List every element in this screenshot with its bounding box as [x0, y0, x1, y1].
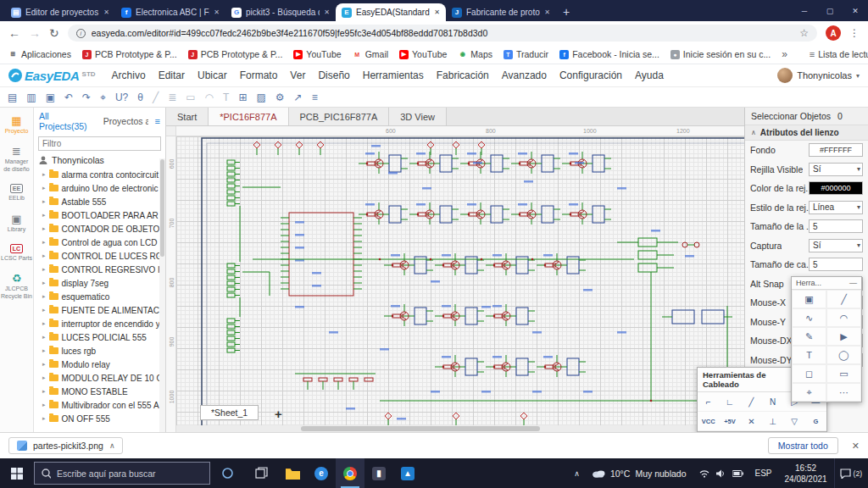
browser-tab[interactable]: E EasyEDA(Standard) - A Simpl ✕ [336, 3, 446, 21]
reading-list-button[interactable]: ≡ Lista de lectura [810, 49, 868, 59]
tab-close-icon[interactable]: ✕ [103, 8, 109, 16]
browser-tab[interactable]: f Electronica ABC | Facebook ✕ [115, 3, 225, 21]
menu-item[interactable]: Ayuda [635, 69, 664, 81]
chevron-right-icon[interactable]: ▸ [42, 361, 46, 368]
download-item[interactable]: partes-pickit3.png ∧ [8, 437, 123, 454]
new-tab-button[interactable]: + [563, 5, 570, 19]
bookmark-star-icon[interactable]: ☆ [799, 27, 809, 39]
toolbar-icon[interactable]: ≣ [168, 92, 176, 103]
tab-all-projects[interactable]: All Projects(35) [39, 111, 97, 131]
bookmark-item[interactable]: T Traducir [504, 49, 548, 59]
wiring-tool[interactable]: N [762, 392, 783, 411]
bookmarks-overflow-icon[interactable]: » [782, 48, 787, 60]
bookmark-item[interactable]: ◉ Maps [458, 49, 492, 59]
start-button[interactable] [0, 458, 34, 488]
wiring-tool[interactable]: ✕ [741, 412, 762, 430]
wiring-tool[interactable]: ╱ [741, 392, 762, 411]
chevron-right-icon[interactable]: ▸ [42, 198, 46, 205]
taskbar-app-explorer[interactable] [278, 458, 307, 488]
tab-close-icon[interactable]: ✕ [324, 8, 330, 16]
project-item[interactable]: ▸ Control de agua con LCD [34, 236, 165, 249]
sidebar-rail-item[interactable]: ▣ Library [0, 209, 33, 237]
project-item[interactable]: ▸ interruptor de encendido y [34, 317, 165, 330]
chevron-up-icon[interactable]: ∧ [109, 441, 115, 450]
sidebar-rail-item[interactable]: EE EELib [0, 180, 33, 206]
chevron-right-icon[interactable]: ▸ [42, 239, 46, 246]
taskbar-search[interactable] [34, 462, 210, 485]
bookmark-item[interactable]: M Gmail [353, 49, 388, 59]
chevron-right-icon[interactable]: ▸ [42, 280, 46, 286]
bookmark-item[interactable]: ⊞ Aplicaciones [8, 49, 71, 59]
chevron-right-icon[interactable]: ▸ [42, 334, 46, 341]
snap-size-input[interactable]: 5 [809, 258, 863, 271]
sidebar-rail-item[interactable]: ♻ JLCPCB Recycle Bin [0, 269, 33, 304]
cortana-button[interactable] [210, 458, 244, 488]
toolbar-icon[interactable]: ↷ [82, 92, 91, 103]
volume-icon[interactable] [716, 469, 726, 478]
close-icon[interactable]: ✕ [843, 0, 868, 21]
profile-avatar[interactable]: A [826, 25, 841, 41]
toolbar-icon[interactable]: ⌖ [100, 92, 106, 103]
bookmark-item[interactable]: ▶ YouTube [399, 49, 447, 59]
bookmark-item[interactable]: J PCB Prototype & P... [82, 49, 177, 59]
project-item[interactable]: ▸ luces rgb [34, 344, 165, 358]
scrollbar-thumb[interactable] [160, 159, 164, 257]
toolbar-icon[interactable]: ▤ [8, 92, 17, 103]
project-scrollbar[interactable] [159, 158, 165, 432]
chevron-right-icon[interactable]: ▸ [42, 347, 46, 354]
weather-widget[interactable]: 10°C Muy nublado [585, 458, 693, 488]
palette-tool[interactable]: ✎ [792, 327, 826, 346]
project-owner-row[interactable]: Thonynicolas [34, 153, 165, 168]
menu-item[interactable]: Avanzado [502, 69, 547, 81]
tab-close-icon[interactable]: ✕ [544, 8, 550, 16]
grid-style-select[interactable]: Línea [809, 201, 863, 214]
toolbar-icon[interactable]: ╱ [153, 92, 159, 103]
chevron-right-icon[interactable]: ▸ [42, 402, 46, 408]
grid-color-swatch[interactable]: #000000 [809, 181, 863, 195]
toolbar-icon[interactable]: θ [137, 92, 143, 103]
palette-tool[interactable]: ◻ [792, 364, 826, 383]
grid-size-input[interactable]: 5 [809, 219, 863, 233]
tray-expand-icon[interactable]: ∧ [569, 469, 585, 478]
project-item[interactable]: ▸ Multivibrador con el 555 A [34, 398, 165, 412]
toolbar-icon[interactable]: ◠ [205, 92, 214, 103]
sidebar-rail-item[interactable]: ≣ Manager de diseño [0, 141, 33, 177]
wiring-tool[interactable]: ▽ [783, 412, 804, 430]
search-input[interactable] [57, 469, 203, 479]
maximize-icon[interactable]: ▢ [817, 0, 843, 21]
project-item[interactable]: ▸ CONTROL DE LUCES RG [34, 249, 165, 263]
palette-tool[interactable]: ⋯ [826, 383, 861, 402]
battery-icon[interactable] [732, 470, 743, 477]
background-color-swatch[interactable]: #FFFFFF [809, 143, 863, 157]
menu-item[interactable]: Editar [159, 69, 185, 81]
palette-tool[interactable]: ▶ [826, 327, 861, 346]
palette-tool[interactable]: T [792, 346, 826, 364]
document-tab[interactable]: Start [166, 108, 209, 125]
tab-close-icon[interactable]: ✕ [434, 8, 440, 16]
sidebar-rail-item[interactable]: LC LCSC Parts [0, 240, 33, 266]
chevron-right-icon[interactable]: ▸ [42, 415, 46, 422]
menu-item[interactable]: Diseño [318, 69, 349, 81]
menu-item[interactable]: Configuración [559, 69, 622, 81]
wiring-tool[interactable]: ⊥ [762, 412, 783, 430]
language-indicator[interactable]: ESP [749, 469, 778, 478]
minimize-icon[interactable]: ─ [792, 0, 817, 21]
palette-tool[interactable]: ◯ [826, 346, 861, 364]
address-bar[interactable]: i easyeda.com/editor#id=499cc07fedc2462b… [68, 25, 817, 42]
browser-tab[interactable]: G pickit3 - Búsqueda de Google ✕ [225, 3, 336, 21]
filter-input[interactable] [38, 136, 161, 151]
chevron-right-icon[interactable]: ▸ [42, 171, 46, 178]
grid-visible-select[interactable]: Sí [809, 163, 863, 176]
palette-tool[interactable]: ▭ [826, 364, 861, 383]
sidebar-rail-item[interactable]: ▦ Proyecto [0, 111, 33, 139]
wiring-tool[interactable]: ⌐ [698, 392, 719, 411]
horizontal-scrollbar[interactable] [176, 425, 744, 432]
wiring-tool[interactable]: G [805, 412, 826, 430]
snap-select[interactable]: Sí [809, 239, 863, 252]
action-center-button[interactable]: (2) [834, 458, 868, 488]
project-item[interactable]: ▸ FUENTE DE ALIMENTAC [34, 303, 165, 317]
chevron-right-icon[interactable]: ▸ [42, 374, 46, 381]
taskbar-app-edge[interactable]: e [307, 458, 336, 488]
drawing-tools-palette[interactable]: Herra... — ▣ ╱ ∿ ◠ ✎ ▶ T ◯ ◻ ▭ ⌖ ⋯ [791, 276, 862, 402]
task-view-button[interactable] [244, 458, 278, 488]
